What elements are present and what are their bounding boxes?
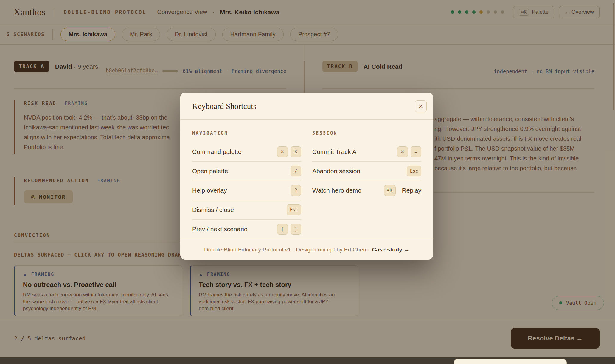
shortcuts-column-session: SESSION Commit Track A ⌘ ↵ Abandon sessi…	[312, 130, 421, 239]
esc-key: Esc	[407, 166, 421, 176]
shortcuts-grid: NAVIGATION Command palette ⌘ K Open pale…	[180, 120, 433, 239]
shortcut-label: Help overlay	[192, 187, 227, 194]
shortcut-label: Watch hero demo	[312, 187, 361, 194]
shortcut-keys: ⌘ ↵	[397, 146, 421, 157]
shortcut-keys: ?	[291, 185, 301, 196]
modal-footer-credit: Double-Blind Fiduciary Protocol v1 · Des…	[204, 246, 370, 253]
replay-label: Replay	[402, 187, 421, 194]
column-heading: SESSION	[312, 130, 421, 136]
slash-key: /	[291, 166, 301, 176]
shortcut-row-help-overlay: Help overlay ?	[192, 181, 301, 200]
close-icon[interactable]: ✕	[415, 100, 427, 112]
shortcut-label: Commit Track A	[312, 148, 356, 155]
modal-footer: Double-Blind Fiduciary Protocol v1 · Des…	[180, 239, 433, 260]
shortcut-label: Prev / next scenario	[192, 226, 248, 233]
shortcut-row-commit-track-a: Commit Track A ⌘ ↵	[312, 142, 421, 162]
command-key-icon: ⌘	[397, 146, 408, 157]
modal-header: Keyboard Shortcuts ✕	[180, 93, 433, 120]
column-heading: NAVIGATION	[192, 130, 301, 136]
app-window: Xanthos DOUBLE-BLIND PROTOCOL Convergenc…	[0, 0, 615, 364]
shortcut-keys: Esc	[407, 166, 421, 176]
esc-key: Esc	[287, 204, 301, 215]
shortcuts-column-navigation: NAVIGATION Command palette ⌘ K Open pale…	[192, 130, 301, 239]
shortcut-label: Command palette	[192, 148, 242, 155]
shortcut-label: Dismiss / close	[192, 206, 234, 213]
shortcut-row-open-palette: Open palette /	[192, 162, 301, 181]
shortcut-keys: [ ]	[277, 224, 301, 235]
shortcut-keys: /	[291, 166, 301, 176]
shortcut-row-dismiss-close: Dismiss / close Esc	[192, 200, 301, 220]
shortcut-keys: ⌘ K	[277, 146, 301, 157]
shortcut-row-command-palette: Command palette ⌘ K	[192, 142, 301, 162]
command-k-key-icon: ⌘K	[384, 185, 396, 196]
shortcut-keys: Esc	[287, 204, 301, 215]
return-key-icon: ↵	[411, 146, 421, 157]
question-key: ?	[291, 185, 301, 196]
keyboard-shortcuts-modal: Keyboard Shortcuts ✕ NAVIGATION Command …	[180, 93, 433, 260]
right-bracket-key: ]	[291, 224, 301, 235]
shortcut-row-abandon-session: Abandon session Esc	[312, 162, 421, 181]
left-bracket-key: [	[277, 224, 288, 235]
k-key: K	[291, 146, 301, 157]
toast-peek	[454, 359, 567, 364]
shortcut-keys: ⌘K Replay	[384, 185, 421, 196]
shortcut-row-watch-hero-demo: Watch hero demo ⌘K Replay	[312, 181, 421, 200]
modal-title: Keyboard Shortcuts	[192, 102, 256, 111]
shortcut-label: Abandon session	[312, 168, 360, 175]
case-study-link[interactable]: Case study →	[372, 246, 409, 253]
command-key-icon: ⌘	[277, 146, 288, 157]
shortcut-row-prev-next-scenario: Prev / next scenario [ ]	[192, 220, 301, 239]
shortcut-label: Open palette	[192, 168, 228, 175]
